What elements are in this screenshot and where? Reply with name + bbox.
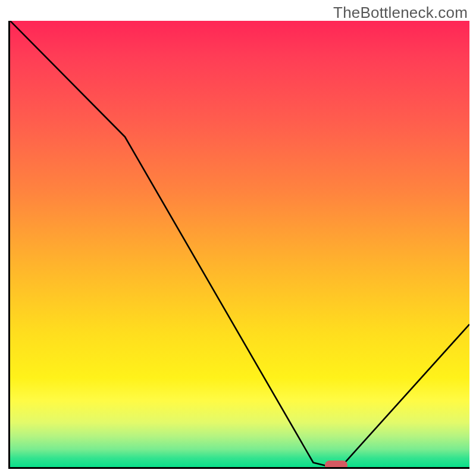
chart-container: TheBottleneck.com (0, 0, 476, 476)
watermark-text: TheBottleneck.com (333, 4, 468, 22)
bottleneck-curve (10, 21, 469, 467)
plot-area (8, 21, 469, 469)
optimal-range-marker (325, 461, 348, 469)
